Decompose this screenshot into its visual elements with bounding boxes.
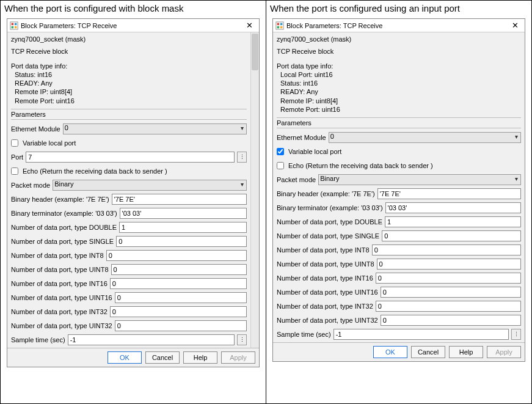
num-int8-label: Number of data port, type INT8 bbox=[11, 252, 104, 259]
help-button[interactable]: Help bbox=[449, 346, 483, 358]
titlebar: Block Parameters: TCP Receive ✕ bbox=[273, 19, 525, 32]
num-single-input[interactable] bbox=[382, 230, 521, 241]
cancel-button[interactable]: Cancel bbox=[145, 351, 180, 364]
sample-time-extra-button[interactable]: ⋮ bbox=[511, 329, 521, 340]
variable-local-port-checkbox[interactable] bbox=[277, 148, 284, 155]
packet-mode-select[interactable]: Binary bbox=[318, 174, 521, 185]
close-icon[interactable]: ✕ bbox=[509, 21, 521, 30]
scroll-thumb[interactable] bbox=[252, 34, 258, 70]
apply-button[interactable]: Apply bbox=[221, 351, 255, 364]
port-info-line: Remote Port: uint16 bbox=[280, 105, 521, 114]
ethernet-module-select[interactable]: 0 bbox=[329, 132, 521, 143]
num-int16-input[interactable] bbox=[376, 273, 521, 284]
num-uint32-input[interactable] bbox=[381, 315, 521, 326]
echo-checkbox[interactable] bbox=[277, 162, 284, 169]
sample-time-extra-button[interactable]: ⋮ bbox=[237, 334, 247, 345]
apply-button[interactable]: Apply bbox=[487, 346, 521, 358]
num-double-input[interactable] bbox=[119, 222, 247, 233]
parameters-heading: Parameters bbox=[277, 117, 521, 128]
binary-terminator-input[interactable] bbox=[120, 208, 247, 219]
port-info-line: Remote Port: uint16 bbox=[15, 97, 247, 105]
binary-header-label: Binary header (example: '7E 7E') bbox=[277, 190, 375, 197]
num-uint8-label: Number of data port, type UINT8 bbox=[277, 260, 374, 268]
binary-header-input[interactable] bbox=[112, 194, 247, 205]
svg-rect-6 bbox=[277, 23, 280, 25]
num-uint16-label: Number of data port, type UINT16 bbox=[11, 294, 112, 301]
sample-time-input[interactable] bbox=[68, 334, 235, 345]
left-column-header: When the port is configured with block m… bbox=[1, 1, 266, 15]
mask-name: zynq7000_socket (mask) bbox=[277, 35, 521, 43]
port-info-line: Local Port: uint16 bbox=[280, 70, 521, 79]
port-info-line: READY: Any bbox=[15, 79, 247, 87]
num-int32-input[interactable] bbox=[110, 306, 247, 317]
sample-time-label: Sample time (sec) bbox=[11, 336, 65, 343]
num-uint8-label: Number of data port, type UINT8 bbox=[11, 266, 109, 273]
num-uint16-input[interactable] bbox=[115, 292, 247, 303]
scrollbar[interactable] bbox=[250, 32, 259, 348]
binary-header-label: Binary header (example: '7E 7E') bbox=[11, 196, 109, 203]
titlebar: Block Parameters: TCP Receive ✕ bbox=[7, 19, 259, 32]
port-extra-button[interactable]: ⋮ bbox=[237, 152, 247, 163]
num-double-label: Number of data port, type DOUBLE bbox=[277, 218, 382, 226]
port-info-line: Status: int16 bbox=[15, 70, 247, 79]
dialog-left: Block Parameters: TCP Receive ✕ zynq7000… bbox=[7, 18, 260, 367]
num-int16-input[interactable] bbox=[110, 278, 247, 289]
svg-rect-9 bbox=[280, 26, 283, 28]
binary-terminator-input[interactable] bbox=[385, 202, 521, 213]
num-int32-label: Number of data port, type INT32 bbox=[11, 308, 107, 315]
port-info-line: Remote IP: uint8[4] bbox=[280, 97, 521, 105]
svg-rect-3 bbox=[12, 26, 14, 28]
ethernet-module-label: Ethernet Module bbox=[11, 125, 60, 133]
binary-header-input[interactable] bbox=[377, 188, 521, 199]
app-icon bbox=[275, 21, 284, 30]
num-int8-input[interactable] bbox=[106, 250, 247, 261]
port-label: Port bbox=[11, 153, 23, 161]
num-single-input[interactable] bbox=[116, 236, 247, 247]
packet-mode-select[interactable]: Binary bbox=[53, 180, 247, 191]
help-button[interactable]: Help bbox=[183, 351, 217, 364]
sample-time-input[interactable] bbox=[333, 329, 509, 340]
num-single-label: Number of data port, type SINGLE bbox=[11, 238, 114, 245]
num-int8-input[interactable] bbox=[372, 244, 521, 255]
port-info-line: READY: Any bbox=[280, 87, 521, 96]
port-info-line: Status: int16 bbox=[280, 79, 521, 87]
num-single-label: Number of data port, type SINGLE bbox=[277, 232, 379, 240]
close-icon[interactable]: ✕ bbox=[244, 21, 255, 30]
ethernet-module-label: Ethernet Module bbox=[277, 134, 326, 141]
sample-time-label: Sample time (sec) bbox=[277, 331, 331, 338]
parameters-heading: Parameters bbox=[11, 109, 247, 120]
port-info-heading: Port data type info: bbox=[11, 62, 247, 70]
num-int16-label: Number of data port, type INT16 bbox=[11, 280, 107, 287]
variable-local-port-label: Variable local port bbox=[288, 148, 341, 155]
block-description: TCP Receive block bbox=[277, 47, 521, 56]
num-uint16-input[interactable] bbox=[381, 287, 521, 298]
binary-terminator-label: Binary terminator (example: '03 03') bbox=[277, 204, 383, 211]
binary-terminator-label: Binary terminator (example: '03 03') bbox=[11, 210, 117, 217]
window-title: Block Parameters: TCP Receive bbox=[286, 22, 509, 29]
svg-rect-8 bbox=[277, 26, 280, 28]
right-column-header: When the port is configured using an inp… bbox=[266, 1, 531, 15]
num-uint8-input[interactable] bbox=[377, 259, 521, 270]
num-int32-input[interactable] bbox=[376, 301, 521, 312]
packet-mode-label: Packet mode bbox=[277, 176, 316, 183]
echo-label: Echo (Return the receiving data back to … bbox=[23, 167, 167, 175]
comparison-table: When the port is configured with block m… bbox=[0, 0, 532, 404]
num-uint8-input[interactable] bbox=[111, 264, 247, 275]
num-double-input[interactable] bbox=[385, 216, 521, 227]
svg-rect-1 bbox=[12, 23, 14, 25]
num-int16-label: Number of data port, type INT16 bbox=[277, 274, 373, 282]
ethernet-module-select[interactable]: 0 bbox=[63, 123, 247, 134]
num-uint32-input[interactable] bbox=[115, 320, 247, 331]
app-icon bbox=[10, 21, 18, 30]
svg-rect-7 bbox=[280, 23, 283, 25]
num-int8-label: Number of data port, type INT8 bbox=[277, 246, 370, 254]
port-input[interactable] bbox=[26, 152, 235, 163]
variable-local-port-checkbox[interactable] bbox=[11, 139, 18, 147]
cancel-button[interactable]: Cancel bbox=[411, 346, 445, 358]
block-description: TCP Receive block bbox=[11, 47, 247, 56]
ok-button[interactable]: OK bbox=[107, 351, 142, 364]
port-info-heading: Port data type info: bbox=[277, 62, 521, 70]
dialog-right: Block Parameters: TCP Receive ✕ zynq7000… bbox=[272, 18, 525, 362]
echo-checkbox[interactable] bbox=[11, 167, 18, 175]
ok-button[interactable]: OK bbox=[373, 346, 407, 358]
